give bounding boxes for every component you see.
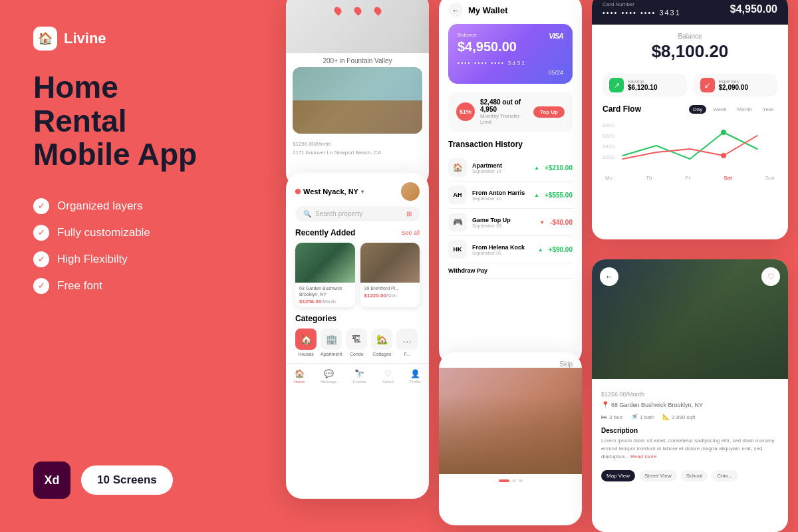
transfer-amount: $2,480 out of 4,950 [480, 98, 528, 113]
cf-tab-year[interactable]: Year [759, 105, 777, 114]
cf-savings-value: $6,120.10 [628, 84, 658, 91]
cf-tab-day[interactable]: Day [689, 105, 706, 114]
nav-home[interactable]: 🏠 Home [294, 369, 305, 384]
property-grid: 68 Garden Bushwick Brooklyn, NY $1256.00… [286, 243, 429, 307]
txn-item-apartment: 🏠 Apartment September 14 ▲ +$210.00 [448, 154, 573, 182]
txn-name-4: From Helena Kock [472, 244, 533, 251]
search-bar[interactable]: 🔍 Search property ⊞ [295, 206, 420, 221]
see-all-link[interactable]: See all [401, 229, 420, 236]
card-number: •••• •••• •••• 3431 [458, 60, 563, 66]
map-pins [334, 7, 381, 15]
prop-address-2: 39 Brentford Pl... [364, 285, 416, 291]
expenses-icon: ↙ [700, 78, 715, 92]
cat-cottages[interactable]: 🏡 Cottages [371, 329, 392, 356]
wallet-header: ← My Wallet [439, 0, 582, 24]
school-tab[interactable]: School [681, 470, 708, 481]
property-info-2: 39 Brentford Pl... $1220.00/Mon [360, 283, 420, 301]
crime-tab[interactable]: Crim... [712, 470, 738, 481]
txn-info-4: From Helena Kock September 01 [472, 244, 533, 255]
property-card-1[interactable]: 68 Garden Bushwick Brooklyn, NY $1256.00… [295, 243, 355, 307]
cat-label-more: F... [404, 352, 410, 356]
cat-more[interactable]: … F... [396, 329, 418, 356]
svg-point-4 [721, 130, 726, 135]
txn-date-3: September 03 [472, 223, 534, 228]
cottages-icon: 🏡 [371, 329, 392, 350]
skip-button[interactable]: Skip [439, 352, 582, 368]
nav-explore[interactable]: 🔭 Explore [352, 369, 366, 384]
property-card-2[interactable]: 39 Brentford Pl... $1220.00/Mon [360, 243, 420, 307]
cat-apartment[interactable]: 🏢 Apartment [321, 329, 342, 356]
read-more-link[interactable]: Read more [630, 454, 657, 460]
transfer-limit-row: 51% $2,480 out of 4,950 Monthly Transfer… [448, 92, 573, 132]
apartment-icon: 🏢 [321, 329, 342, 350]
location-pin-icon: 📍 [601, 401, 609, 408]
feature-label-3: High Flexibilty [57, 253, 128, 266]
txn-amount-4: +$90.00 [549, 246, 573, 253]
description-title: Description [601, 427, 779, 434]
prop-period-2: /Mon [386, 293, 397, 298]
prop-period-1: /Month [321, 299, 335, 304]
chart-svg: $800 $600 $400 $200 [602, 119, 777, 172]
cf-tab-month[interactable]: Month [733, 105, 756, 114]
cf-card-number-label: Card Number [602, 1, 681, 7]
feature-organized-layers: ✓ Organized layers [33, 198, 219, 214]
property-info-1: 68 Garden Bushwick Brooklyn, NY $1256.00… [295, 283, 355, 307]
dot-2 [512, 479, 516, 482]
anton-txn-icon: AH [448, 186, 467, 204]
txn-info-2: From Anton Harris September 10 [472, 190, 529, 201]
onboarding-image [439, 368, 582, 474]
profile-nav-icon: 👤 [410, 369, 420, 378]
favorite-button[interactable]: ♡ [761, 267, 780, 286]
nav-profile[interactable]: 👤 Profile [410, 369, 421, 384]
brand-name: Livine [64, 30, 106, 47]
nav-saved-label: Saved [382, 380, 394, 384]
chevron-down-icon: ▾ [361, 189, 364, 195]
map-preview [286, 0, 429, 53]
detail-back-button[interactable]: ← [600, 267, 618, 286]
txn-arrow-up-2: ▲ [534, 192, 539, 198]
filter-icon: ⊞ [406, 210, 412, 217]
location-dot-icon [295, 189, 301, 194]
detail-location: 📍 68 Garden Bushwick Brooklyn, NY [601, 401, 779, 408]
logo-icon: 🏠 [33, 27, 57, 51]
card-balance-value: $4,950.00 [458, 39, 563, 55]
phone-home-search: West Nyack, NY ▾ 🔍 Search property ⊞ Rec… [286, 173, 429, 499]
home-nav-icon: 🏠 [295, 369, 305, 378]
nav-message[interactable]: 💬 Message [321, 369, 336, 384]
title-line1: Home Rental [33, 70, 127, 138]
cat-label-cottages: Cottages [372, 352, 391, 356]
cf-chart-section: Card Flow Day Week Month Year $800 $600 … [592, 104, 788, 188]
cat-condo[interactable]: 🏗 Condo [346, 329, 367, 356]
cat-houses[interactable]: 🏠 Houses [295, 329, 317, 356]
chart-area: $800 $600 $400 $200 [602, 119, 777, 172]
nav-home-label: Home [294, 380, 305, 384]
cf-balance-label: Balance [602, 33, 777, 40]
cf-tab-week[interactable]: Week [709, 105, 730, 114]
cf-chart-header: Card Flow Day Week Month Year [602, 104, 777, 114]
back-button[interactable]: ← [448, 3, 463, 17]
cf-balance-value: $8,100.20 [602, 41, 777, 62]
nav-saved[interactable]: ♡ Saved [382, 369, 394, 384]
explore-nav-icon: 🔭 [354, 369, 364, 378]
nav-message-label: Message [321, 380, 336, 384]
map-view-tab[interactable]: Map View [601, 470, 635, 481]
street-view-tab[interactable]: Street View [639, 470, 677, 481]
txn-arrow-up-4: ▲ [538, 247, 543, 253]
cf-savings-label: Savings [628, 79, 658, 84]
cf-savings-info: Savings $6,120.10 [628, 79, 658, 91]
topup-button[interactable]: Top Up [533, 106, 565, 118]
feature-label-2: Fully customizable [57, 226, 150, 239]
phone-property-listing: 200+ in Fountain Valley $1256.00/Month 2… [286, 0, 429, 186]
helena-txn-icon: HK [448, 240, 467, 259]
sqft-icon: 📐 [662, 414, 670, 420]
title-line2: Mobile App [33, 137, 197, 172]
detail-specs: 🛏 3 bed 🚿 1 bath 📐 2,890 sqft [601, 414, 779, 420]
svg-text:$800: $800 [602, 122, 615, 128]
search-placeholder: Search property [315, 210, 362, 217]
cf-balance-section: Balance $8,100.20 [592, 25, 788, 74]
cf-card-number: Card Number •••• •••• •••• 3431 [602, 1, 681, 17]
categories-grid: 🏠 Houses 🏢 Apartment 🏗 Condo 🏡 Cottages … [295, 329, 420, 356]
badges-area: Xd 10 Screens [33, 462, 173, 499]
check-icon-2: ✓ [33, 225, 49, 241]
txn-arrow-up-1: ▲ [534, 165, 539, 171]
